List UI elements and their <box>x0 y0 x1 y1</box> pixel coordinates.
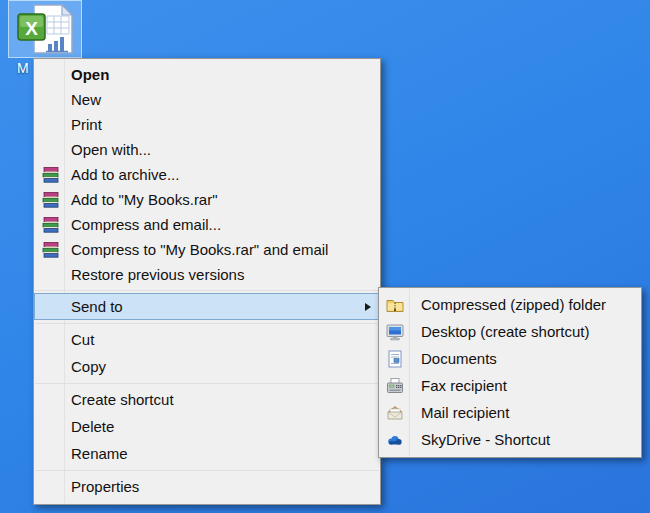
menu-item-send-to[interactable]: Send to <box>34 293 380 320</box>
submenu-item-label: SkyDrive - Shortcut <box>421 431 550 448</box>
menu-item-new[interactable]: New <box>34 87 380 112</box>
winrar-books-icon <box>42 217 60 233</box>
submenu-item-fax-recipient[interactable]: Fax recipient <box>379 372 641 399</box>
menu-item-properties[interactable]: Properties <box>34 473 380 500</box>
context-menu: Open New Print Open with... Add to archi… <box>33 58 381 505</box>
menu-item-label: Send to <box>71 298 123 315</box>
menu-item-print[interactable]: Print <box>34 112 380 137</box>
menu-item-add-to-archive[interactable]: Add to archive... <box>34 162 380 187</box>
winrar-books-icon <box>42 167 60 183</box>
mail-envelope-icon <box>386 404 404 422</box>
submenu-item-label: Documents <box>421 350 497 367</box>
menu-item-rename[interactable]: Rename <box>34 440 380 467</box>
submenu-item-documents[interactable]: Documents <box>379 345 641 372</box>
submenu-item-mail-recipient[interactable]: Mail recipient <box>379 399 641 426</box>
menu-item-create-shortcut[interactable]: Create shortcut <box>34 386 380 413</box>
submenu-item-label: Compressed (zipped) folder <box>421 296 606 313</box>
menu-item-label: Add to archive... <box>71 166 179 183</box>
menu-item-open[interactable]: Open <box>34 62 380 87</box>
svg-text:X: X <box>25 18 38 39</box>
winrar-books-icon <box>42 192 60 208</box>
desktop-monitor-icon <box>386 323 404 341</box>
menu-item-delete[interactable]: Delete <box>34 413 380 440</box>
menu-item-open-with[interactable]: Open with... <box>34 137 380 162</box>
winrar-books-icon <box>42 242 60 258</box>
desktop: X M Open New Print Open with... Add to a… <box>0 0 650 513</box>
submenu-item-label: Desktop (create shortcut) <box>421 323 589 340</box>
menu-item-copy[interactable]: Copy <box>34 353 380 380</box>
menu-item-compress-and-email[interactable]: Compress and email... <box>34 212 380 237</box>
submenu-item-label: Fax recipient <box>421 377 507 394</box>
document-icon <box>386 350 404 368</box>
desktop-icon-label: M <box>17 60 29 76</box>
submenu-item-compressed-zipped-folder[interactable]: Compressed (zipped) folder <box>379 291 641 318</box>
excel-file-icon[interactable]: X <box>14 2 76 56</box>
menu-item-label: Add to "My Books.rar" <box>71 191 218 208</box>
menu-item-restore-previous-versions[interactable]: Restore previous versions <box>34 262 380 287</box>
menu-item-label: Compress and email... <box>71 216 221 233</box>
skydrive-cloud-icon <box>386 431 404 449</box>
submenu-item-label: Mail recipient <box>421 404 509 421</box>
menu-item-compress-named-and-email[interactable]: Compress to "My Books.rar" and email <box>34 237 380 262</box>
menu-item-add-to-named-archive[interactable]: Add to "My Books.rar" <box>34 187 380 212</box>
menu-item-cut[interactable]: Cut <box>34 326 380 353</box>
zip-folder-icon <box>386 296 404 314</box>
submenu-arrow-icon <box>365 303 371 311</box>
submenu-item-skydrive-shortcut[interactable]: SkyDrive - Shortcut <box>379 426 641 453</box>
fax-icon <box>386 377 404 395</box>
menu-item-label: Compress to "My Books.rar" and email <box>71 241 328 258</box>
send-to-submenu: Compressed (zipped) folder Desktop (crea… <box>378 287 642 458</box>
submenu-item-desktop-create-shortcut[interactable]: Desktop (create shortcut) <box>379 318 641 345</box>
